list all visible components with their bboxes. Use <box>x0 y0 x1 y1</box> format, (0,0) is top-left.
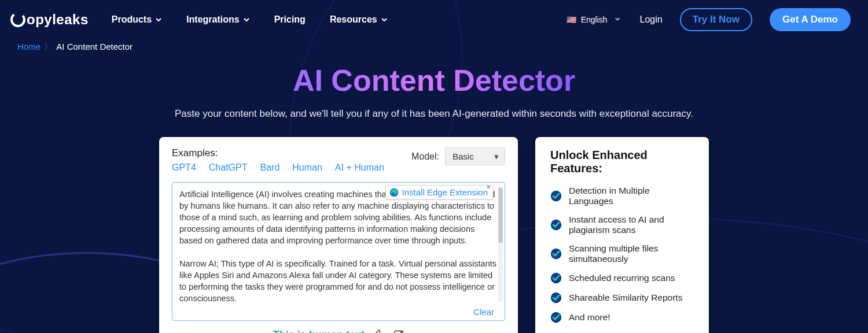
brand-text: opyleaks <box>27 12 89 28</box>
nav-menu: Products Integrations Pricing Resources <box>112 14 388 25</box>
extension-popup: Install Edge Extension ✕ <box>385 185 493 199</box>
language-label: English <box>581 15 608 24</box>
feature-item: Scanning multiple files simultaneously <box>550 243 694 264</box>
chevron-down-icon <box>381 16 388 23</box>
chevron-down-icon <box>615 16 620 22</box>
try-it-now-button[interactable]: Try It Now <box>680 8 752 31</box>
examples-label: Examples: <box>172 147 384 159</box>
model-label: Model: <box>411 151 439 162</box>
brand-logo[interactable]: opyleaks <box>10 12 89 28</box>
scrollbar-thumb[interactable] <box>498 187 503 243</box>
close-icon[interactable]: ✕ <box>486 184 491 190</box>
check-icon <box>550 292 562 304</box>
breadcrumb-current: AI Content Detector <box>56 42 133 51</box>
result-row: This is human text <box>172 329 505 333</box>
chevron-down-icon <box>243 16 250 23</box>
feature-item: Shareable Similarity Reports <box>550 292 694 304</box>
nav-item-label: Products <box>112 14 152 25</box>
features-list: Detection in Multiple Languages Instant … <box>550 186 694 323</box>
feature-label: And more! <box>569 312 610 323</box>
model-select-value: Basic <box>453 151 474 161</box>
thumbs-down-icon[interactable] <box>392 330 404 334</box>
thumbs-up-icon[interactable] <box>373 330 384 334</box>
example-ai-human[interactable]: AI + Human <box>335 162 384 173</box>
check-icon <box>550 272 562 284</box>
feature-item: And more! <box>550 312 694 323</box>
content-textarea[interactable]: Artificial Intelligence (AI) involves cr… <box>172 182 505 321</box>
chevron-down-icon: ▾ <box>494 151 499 162</box>
examples-links: GPT4 ChatGPT Bard Human AI + Human <box>172 162 384 173</box>
feature-label: Shareable Similarity Reports <box>569 293 682 303</box>
breadcrumb-home[interactable]: Home <box>17 42 41 51</box>
install-extension-link[interactable]: Install Edge Extension <box>402 187 488 197</box>
nav-item-resources[interactable]: Resources <box>330 14 388 25</box>
chevron-down-icon <box>155 16 162 23</box>
nav-item-products[interactable]: Products <box>112 14 162 25</box>
content-row: Examples: GPT4 ChatGPT Bard Human AI + H… <box>0 137 868 333</box>
edge-icon <box>389 188 399 197</box>
result-text: This is human text <box>273 329 365 333</box>
language-selector[interactable]: 🇺🇸 English <box>563 13 623 27</box>
svg-point-0 <box>10 12 25 27</box>
clear-button[interactable]: Clear <box>473 307 494 317</box>
feature-label: Instant access to AI and plagiarism scan… <box>569 214 694 235</box>
feature-label: Scanning multiple files simultaneously <box>569 243 694 264</box>
nav-item-label: Resources <box>330 14 377 25</box>
breadcrumb-separator: 〉 <box>44 42 53 51</box>
top-nav: opyleaks Products Integrations Pricing R… <box>0 0 868 39</box>
model-select[interactable]: Basic ▾ <box>445 147 505 165</box>
example-bard[interactable]: Bard <box>260 162 279 173</box>
example-human[interactable]: Human <box>292 162 322 173</box>
feature-label: Detection in Multiple Languages <box>569 186 694 206</box>
example-gpt4[interactable]: GPT4 <box>172 162 196 173</box>
feature-item: Scheduled recurring scans <box>550 272 694 284</box>
example-chatgpt[interactable]: ChatGPT <box>209 162 248 173</box>
breadcrumb: Home 〉 AI Content Detector <box>0 39 868 53</box>
features-title: Unlock Enhanced Features: <box>550 149 694 175</box>
feature-item: Instant access to AI and plagiarism scan… <box>550 214 694 235</box>
nav-right: 🇺🇸 English Login Try It Now Get A Demo <box>563 8 851 31</box>
get-a-demo-button[interactable]: Get A Demo <box>770 8 851 31</box>
nav-item-pricing[interactable]: Pricing <box>274 14 306 25</box>
nav-item-integrations[interactable]: Integrations <box>186 14 250 25</box>
check-icon <box>550 219 562 231</box>
page-subtitle: Paste your content below, and we'll tell… <box>0 108 868 120</box>
feature-label: Scheduled recurring scans <box>569 273 675 283</box>
page-title: AI Content Detector <box>293 63 575 98</box>
feature-item: Detection in Multiple Languages <box>550 186 694 206</box>
hero: AI Content Detector Paste your content b… <box>0 63 868 120</box>
model-selector-group: Model: Basic ▾ <box>411 147 505 165</box>
flag-icon: 🇺🇸 <box>567 15 576 24</box>
logo-icon <box>10 12 25 27</box>
check-icon <box>550 190 562 202</box>
check-icon <box>550 248 562 260</box>
check-icon <box>550 312 562 323</box>
detector-card: Examples: GPT4 ChatGPT Bard Human AI + H… <box>159 137 518 333</box>
textarea-text: Artificial Intelligence (AI) involves cr… <box>179 188 498 304</box>
login-link[interactable]: Login <box>640 14 663 25</box>
features-card: Unlock Enhanced Features: Detection in M… <box>535 137 709 333</box>
nav-item-label: Integrations <box>186 14 240 25</box>
nav-item-label: Pricing <box>274 14 306 25</box>
